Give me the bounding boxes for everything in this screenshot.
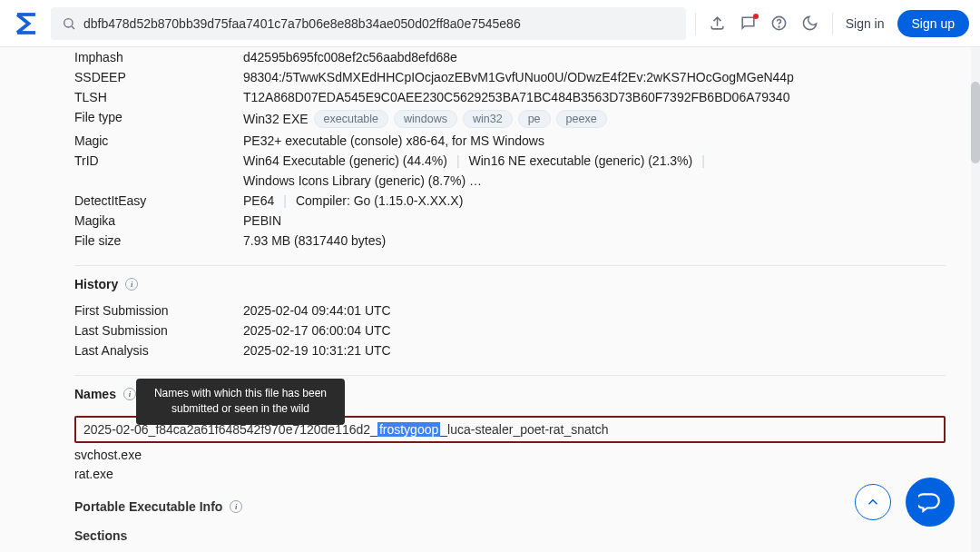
row-last-analysis: Last Analysis 2025-02-19 10:31:21 UTC <box>74 340 946 360</box>
value-imphash: d42595b695fc008ef2c56aabd8efd68e <box>243 50 457 64</box>
fab-container <box>855 478 955 527</box>
label-tlsh: TLSH <box>74 90 243 104</box>
row-imphash: Imphash d42595b695fc008ef2c56aabd8efd68e <box>74 47 946 67</box>
svg-point-6 <box>779 26 779 27</box>
upload-icon[interactable] <box>709 15 727 33</box>
name-selected-text: frostygoop <box>377 422 440 437</box>
brand-logo[interactable] <box>11 8 42 39</box>
notification-dot <box>753 14 759 19</box>
pe-info-title: Portable Executable Info <box>74 499 222 514</box>
notifications-icon[interactable] <box>740 15 758 33</box>
row-magic: Magic PE32+ executable (console) x86-64,… <box>74 131 946 151</box>
row-magika: Magika PEBIN <box>74 211 946 231</box>
help-icon[interactable] <box>770 15 789 33</box>
label-last-analysis: Last Analysis <box>74 343 243 358</box>
label-trid: TrID <box>74 153 243 188</box>
label-first-submission: First Submission <box>74 303 243 318</box>
scrollbar-thumb[interactable] <box>971 82 980 163</box>
value-ssdeep: 98304:/5TwwKSdMXEdHHCpIOcjaozEBvM1GvfUNu… <box>243 70 794 84</box>
label-imphash: Imphash <box>74 50 243 64</box>
label-filesize: File size <box>74 233 243 248</box>
separator: | <box>453 153 464 168</box>
history-title: History <box>74 277 118 291</box>
names-list: 2025-02-06_f84ca2a61f648542f970e7120de11… <box>74 416 946 481</box>
trid-part-2: Windows Icons Library (generic) (8.7%) … <box>243 173 482 188</box>
row-filesize: File size 7.93 MB (8317440 bytes) <box>74 231 946 251</box>
row-trid: TrID Win64 Executable (generic) (44.4%) … <box>74 151 946 191</box>
trid-part-0: Win64 Executable (generic) (44.4%) <box>243 153 447 168</box>
row-first-submission: First Submission 2025-02-04 09:44:01 UTC <box>74 301 946 320</box>
tag-windows[interactable]: windows <box>394 110 457 128</box>
tag-win32[interactable]: win32 <box>463 110 513 128</box>
row-tlsh: TLSH T12A868D07EDA545E9C0AEE230C5629253B… <box>74 87 946 107</box>
value-last-submission: 2025-02-17 06:00:04 UTC <box>243 323 391 338</box>
topbar: Sign in Sign up <box>0 0 980 47</box>
names-header: Names i Names with which this file has b… <box>74 387 946 401</box>
trid-part-1: Win16 NE executable (generic) (21.3%) <box>469 153 693 168</box>
search-input[interactable] <box>83 16 675 31</box>
value-last-analysis: 2025-02-19 10:31:21 UTC <box>243 343 391 358</box>
divider <box>74 375 946 376</box>
label-last-submission: Last Submission <box>74 323 243 338</box>
search-icon <box>62 16 76 31</box>
die-part-0: PE64 <box>243 193 274 208</box>
label-filetype: File type <box>74 110 243 128</box>
sign-in-link[interactable]: Sign in <box>846 16 885 31</box>
separator <box>832 13 833 34</box>
row-filetype: File type Win32 EXE executable windows w… <box>74 107 946 131</box>
scrollbar-track[interactable] <box>971 0 980 552</box>
scroll-top-button[interactable] <box>855 484 891 520</box>
names-title: Names <box>74 387 116 401</box>
name-item: rat.exe <box>74 467 946 481</box>
chat-button[interactable] <box>906 478 955 527</box>
die-part-1: Compiler: Go (1.15.0-X.XX.X) <box>296 193 463 208</box>
topbar-right: Sign in Sign up <box>695 10 969 37</box>
info-icon[interactable]: i <box>230 500 242 513</box>
label-magika: Magika <box>74 213 243 228</box>
svg-point-2 <box>64 18 73 26</box>
tag-pe[interactable]: pe <box>518 110 551 128</box>
separator <box>695 13 696 34</box>
value-die: PE64 | Compiler: Go (1.15.0-X.XX.X) <box>243 193 463 208</box>
main-content: Imphash d42595b695fc008ef2c56aabd8efd68e… <box>0 47 980 552</box>
history-header: History i <box>74 277 946 291</box>
pe-sections-title: Sections <box>74 528 946 543</box>
tag-executable[interactable]: executable <box>314 110 388 128</box>
info-icon[interactable]: i <box>123 388 136 400</box>
divider <box>74 265 946 266</box>
row-last-submission: Last Submission 2025-02-17 06:00:04 UTC <box>74 320 946 340</box>
value-filetype: Win32 EXE executable windows win32 pe pe… <box>243 110 607 128</box>
name-item: svchost.exe <box>74 448 946 462</box>
label-ssdeep: SSDEEP <box>74 70 243 84</box>
svg-line-3 <box>72 26 74 29</box>
value-tlsh: T12A868D07EDA545E9C0AEE230C5629253BA71BC… <box>243 90 789 104</box>
names-tooltip: Names with which this file has been subm… <box>136 379 345 425</box>
search-container <box>51 7 686 40</box>
label-die: DetectItEasy <box>74 193 243 208</box>
info-icon[interactable]: i <box>125 278 138 291</box>
value-trid: Win64 Executable (generic) (44.4%) | Win… <box>243 153 946 188</box>
filetype-text: Win32 EXE <box>243 112 309 126</box>
label-magic: Magic <box>74 133 243 148</box>
sign-up-button[interactable]: Sign up <box>897 10 969 37</box>
value-magika: PEBIN <box>243 213 281 228</box>
tag-peexe[interactable]: peexe <box>556 110 607 128</box>
value-magic: PE32+ executable (console) x86-64, for M… <box>243 133 544 148</box>
separator: | <box>279 193 290 208</box>
name-suffix: _luca-stealer_poet-rat_snatch <box>440 422 608 437</box>
theme-toggle-icon[interactable] <box>801 15 819 33</box>
value-first-submission: 2025-02-04 09:44:01 UTC <box>243 303 391 318</box>
row-ssdeep: SSDEEP 98304:/5TwwKSdMXEdHHCpIOcjaozEBvM… <box>74 67 946 87</box>
row-die: DetectItEasy PE64 | Compiler: Go (1.15.0… <box>74 191 946 211</box>
pe-info-header: Portable Executable Info i <box>74 499 946 514</box>
value-filesize: 7.93 MB (8317440 bytes) <box>243 233 386 248</box>
separator: | <box>698 153 709 168</box>
